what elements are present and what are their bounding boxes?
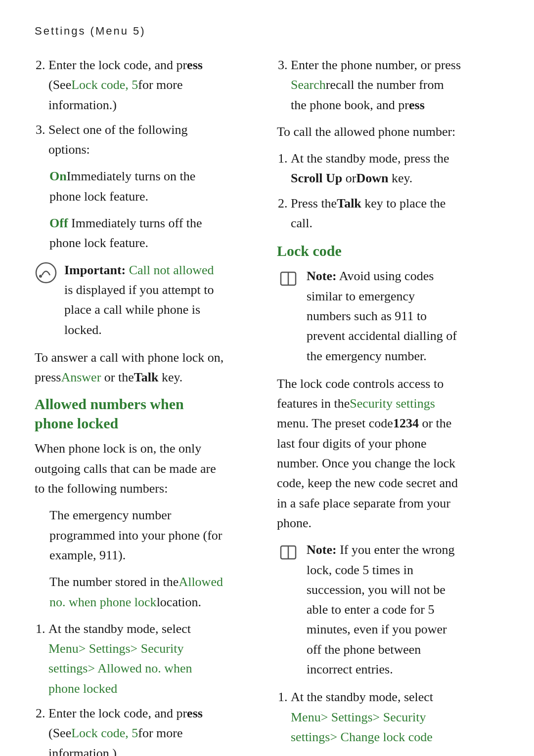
allowed-bullet2: The number stored in theAllowed no. when…: [49, 572, 257, 612]
lock-note2: Note: If you enter the wrong lock, code …: [277, 540, 499, 679]
allowed-step-2: Enter the lock code, and press (SeeLock …: [48, 704, 257, 756]
lock-steps: At the standby mode, select Menu> Settin…: [291, 687, 499, 756]
lock-step-2: Enter the current lock code, and pressOK: [291, 752, 499, 756]
allowed-numbers-heading: Allowed numbers whenphone locked: [35, 394, 257, 433]
svg-point-1: [39, 275, 42, 278]
to-call-step-2: Press theTalk key to place the call.: [291, 194, 499, 234]
content-area: Enter the lock code, and press (SeeLock …: [35, 55, 499, 756]
allowed-steps: At the standby mode, select Menu> Settin…: [48, 619, 257, 756]
to-call-heading: To call the allowed phone number:: [277, 122, 499, 142]
step-2: Enter the lock code, and press (SeeLock …: [48, 55, 257, 115]
allowed-para1: When phone lock is on, the only outgoing…: [35, 439, 257, 499]
important-icon: [35, 261, 57, 284]
lock-code-heading: Lock code: [277, 241, 499, 260]
page-header: Settings (Menu 5): [35, 25, 499, 38]
right-step-3: Enter the phone number, or press Searchr…: [291, 55, 499, 115]
left-column: Enter the lock code, and press (SeeLock …: [35, 55, 257, 756]
allowed-bullet1: The emergency number programmed into you…: [49, 505, 257, 565]
step-3: Select one of the followingoptions:: [48, 120, 257, 160]
lock-step-1: At the standby mode, select Menu> Settin…: [291, 687, 499, 747]
allowed-step-1: At the standby mode, select Menu> Settin…: [48, 619, 257, 699]
answer-para: To answer a call with phone lock on, pre…: [35, 348, 257, 388]
lock-note1-icon: [277, 267, 300, 290]
header-text: Settings (Menu 5): [35, 25, 146, 37]
lock-code-para: The lock code controls access to feature…: [277, 374, 499, 533]
svg-point-0: [36, 263, 56, 283]
important-text: Important: Call not allowed is displayed…: [64, 260, 257, 340]
lock-note2-icon: [277, 541, 300, 564]
off-option: Off Immediately turns off the phone lock…: [49, 213, 257, 253]
lock-note2-text: Note: If you enter the wrong lock, code …: [307, 540, 499, 679]
right-column: Enter the phone number, or press Searchr…: [277, 55, 499, 756]
lock-note1-text: Note: Avoid using codes similar to emerg…: [307, 266, 499, 366]
lock-note1: Note: Avoid using codes similar to emerg…: [277, 266, 499, 366]
right-intro-steps: Enter the phone number, or press Searchr…: [291, 55, 499, 115]
on-option: OnImmediately turns on the phone lock fe…: [49, 167, 257, 207]
to-call-steps: At the standby mode, press the Scroll Up…: [291, 149, 499, 233]
important-note: Important: Call not allowed is displayed…: [35, 260, 257, 340]
to-call-step-1: At the standby mode, press the Scroll Up…: [291, 149, 499, 189]
page: Settings (Menu 5) Enter the lock code, a…: [0, 0, 534, 756]
intro-steps: Enter the lock code, and press (SeeLock …: [48, 55, 257, 160]
